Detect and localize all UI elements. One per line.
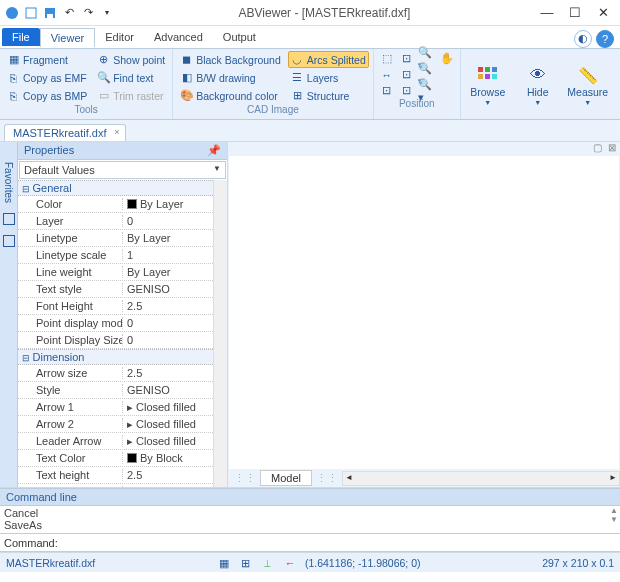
close-button[interactable]: ✕ [590,3,616,23]
hide-button[interactable]: 👁Hide▼ [515,51,561,117]
property-row[interactable]: Point display mode 0 [18,315,213,332]
property-value[interactable]: By Layer [123,266,213,278]
property-value[interactable]: 2.5 [123,300,213,312]
property-row[interactable]: Leader Arrow▸ Closed filled [18,433,213,450]
property-row[interactable]: Arrow 1▸ Closed filled [18,399,213,416]
status-icon-2[interactable]: ⊞ [239,556,253,570]
property-group[interactable]: General [18,180,213,196]
property-key: Arrow size [18,367,123,379]
property-key: Text offset [18,486,123,487]
bg-color-button[interactable]: 🎨Background color [177,87,284,104]
property-value[interactable]: 0.1 [123,486,213,487]
property-row[interactable]: Style GENISO [18,382,213,399]
new-icon[interactable] [23,5,39,21]
property-value[interactable]: GENISO [123,384,213,396]
property-row[interactable]: Linetype scale 1 [18,247,213,264]
tab-output[interactable]: Output [213,28,266,46]
scroll-down-icon[interactable]: ▼ [610,515,618,524]
pos-icon-1[interactable]: ⬚ [378,51,396,66]
browse-button[interactable]: Browse▼ [465,51,511,117]
property-row[interactable]: Arrow 2▸ Closed filled [18,416,213,433]
grip-icon[interactable]: ⋮⋮ [234,472,256,485]
status-icon-3[interactable]: ⟂ [261,556,275,570]
pos-icon-4[interactable]: ⊡ [398,67,416,82]
property-row[interactable]: Arrow size 2.5 [18,365,213,382]
document-tab[interactable]: MASTERkreatif.dxf [4,124,126,141]
property-value[interactable]: ▸ Closed filled [123,418,213,431]
property-row[interactable]: Line weight By Layer [18,264,213,281]
undo-icon[interactable]: ↶ [61,5,77,21]
property-value[interactable]: ▸ Closed filled [123,401,213,414]
status-icon-4[interactable]: ← [283,556,297,570]
canvas-header-icon2[interactable]: ⊠ [608,142,616,156]
copy-emf-button[interactable]: ⎘Copy as EMF [4,69,90,86]
pos-icon-2[interactable]: ⊡ [398,51,416,66]
tab-file[interactable]: File [2,28,40,46]
grip-icon[interactable]: ⋮⋮ [316,472,338,485]
trim-raster-button[interactable]: ▭Trim raster [94,87,168,104]
pos-icon-6[interactable]: ⊡ [398,83,416,98]
sidebar-icon-2[interactable] [3,235,15,247]
property-row[interactable]: Linetype By Layer [18,230,213,247]
copy-bmp-button[interactable]: ⎘Copy as BMP [4,87,90,104]
property-value[interactable]: 0 [123,334,213,346]
minimize-button[interactable]: — [534,3,560,23]
properties-grid[interactable]: GeneralColor By LayerLayer 0Linetype By … [18,180,213,487]
property-value[interactable]: GENISO [123,283,213,295]
pin-icon[interactable]: 📌 [207,144,221,157]
property-row[interactable]: Layer 0 [18,213,213,230]
arcs-splitted-button[interactable]: ◡Arcs Splitted [288,51,369,68]
property-row[interactable]: Text height 2.5 [18,467,213,484]
favorites-tab[interactable]: Favorites [3,162,14,203]
structure-button[interactable]: ⊞Structure [288,87,369,104]
show-point-button[interactable]: ⊕Show point [94,51,168,68]
tab-advanced[interactable]: Advanced [144,28,213,46]
zoom-fit-icon[interactable]: 🔍▾ [418,83,436,98]
find-text-button[interactable]: 🔍Find text [94,69,168,86]
property-row[interactable]: Font Height 2.5 [18,298,213,315]
property-value[interactable]: 2.5 [123,367,213,379]
tab-viewer[interactable]: Viewer [40,28,95,47]
redo-icon[interactable]: ↷ [80,5,96,21]
sidebar-icon-1[interactable] [3,213,15,225]
view-button[interactable]: ⛶View▼ [615,51,620,117]
property-value[interactable]: ▸ Closed filled [123,435,213,448]
style-button[interactable]: ◐ [574,30,592,48]
property-value[interactable]: 2.5 [123,469,213,481]
scroll-up-icon[interactable]: ▲ [610,506,618,515]
hand-icon[interactable]: ✋ [438,51,456,66]
qat-dropdown-icon[interactable]: ▾ [99,5,115,21]
property-row[interactable]: Text style GENISO [18,281,213,298]
help-button[interactable]: ? [596,30,614,48]
property-group[interactable]: Dimension [18,349,213,365]
properties-combo[interactable]: Default Values▼ [19,161,226,179]
property-value[interactable]: 0 [123,215,213,227]
canvas-viewport[interactable] [229,156,619,469]
black-bg-button[interactable]: ◼Black Background [177,51,284,68]
property-value[interactable]: 0 [123,317,213,329]
property-value[interactable]: 1 [123,249,213,261]
property-value[interactable]: By Layer [123,232,213,244]
bw-drawing-button[interactable]: ◧B/W drawing [177,69,284,86]
pos-icon-5[interactable]: ⊡ [378,83,396,98]
pos-icon-3[interactable]: ↔ [378,67,396,82]
model-tab[interactable]: Model [260,470,312,486]
property-row[interactable]: Text offset 0.1 [18,484,213,487]
property-row[interactable]: Point Display Size 0 [18,332,213,349]
save-icon[interactable] [42,5,58,21]
layers-button[interactable]: ☰Layers [288,69,369,86]
maximize-button[interactable]: ☐ [562,3,588,23]
status-icon-1[interactable]: ▦ [217,556,231,570]
horizontal-scrollbar[interactable] [342,471,620,486]
property-row[interactable]: Color By Layer [18,196,213,213]
property-value[interactable]: By Layer [123,198,213,210]
property-value[interactable]: By Block [123,452,213,464]
properties-scrollbar[interactable] [213,180,227,487]
measure-button[interactable]: 📏Measure▼ [565,51,611,117]
canvas-header-icon1[interactable]: ▢ [593,142,602,156]
status-bar: MASTERkreatif.dxf ▦ ⊞ ⟂ ← (1.641186; -11… [0,552,620,572]
command-input[interactable] [61,537,616,549]
fragment-button[interactable]: ▦Fragment [4,51,90,68]
property-row[interactable]: Text Color By Block [18,450,213,467]
tab-editor[interactable]: Editor [95,28,144,46]
